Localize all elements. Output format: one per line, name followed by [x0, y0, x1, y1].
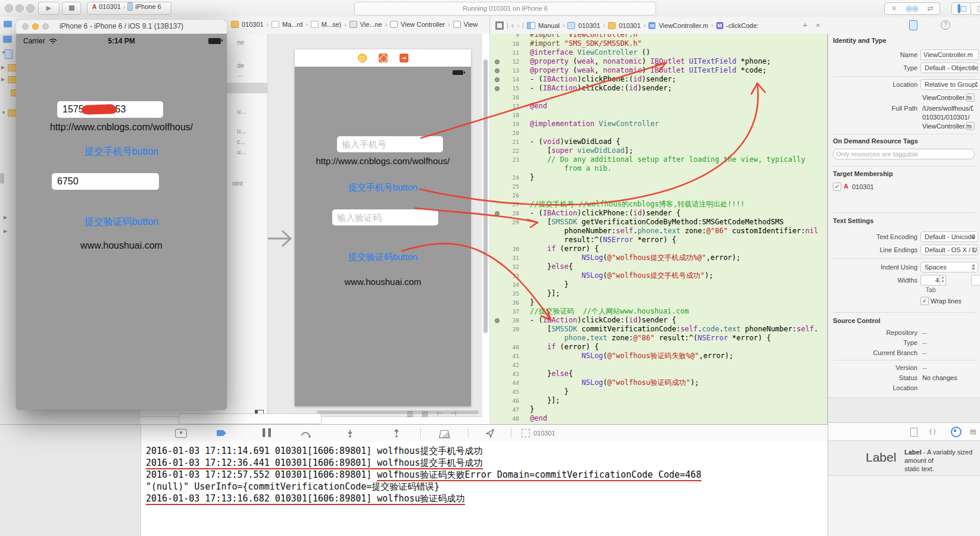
code-line[interactable]: 30 if (error) {: [489, 245, 826, 253]
reveal-arrow-button[interactable]: →: [966, 93, 975, 102]
sb-url-label[interactable]: http://www.cnblogs.com/wolfhous/: [295, 156, 471, 166]
code-line[interactable]: 14- (IBAction)clickPhone:(id)sender;: [489, 75, 826, 84]
navigator-panel-toggle[interactable]: ▐▢: [951, 2, 971, 15]
simulate-location-button[interactable]: [486, 429, 495, 438]
code-line[interactable]: 13@property (weak, nonatomic) IBOutlet U…: [489, 66, 826, 75]
code-line[interactable]: 39 [SMSSDK commitVerificationCode:self.c…: [489, 325, 826, 334]
simulator-titlebar[interactable]: iPhone 6 - iPhone 6 / iOS 9.1 (13B137): [16, 20, 227, 34]
view-debugger-button[interactable]: [439, 430, 450, 438]
console-line[interactable]: 2016-01-03 17:13:16.682 010301[1606:8980…: [141, 493, 828, 504]
outline-item[interactable]: c...: [237, 138, 246, 145]
sim-submit-phone-button[interactable]: 提交手机号button: [16, 146, 227, 158]
indent-using-popup[interactable]: Spaces: [920, 262, 978, 272]
breakpoints-toggle[interactable]: [217, 430, 226, 436]
utilities-panel-toggle[interactable]: ▢: [970, 2, 980, 15]
code-line[interactable]: 16: [489, 93, 826, 102]
reveal-arrow-button[interactable]: →: [966, 122, 975, 130]
code-line[interactable]: 44 NSLog(@"wolfhosu验证码成功");: [489, 378, 826, 387]
code-line[interactable]: 15- (IBAction)clickCode:(id)sender;: [489, 84, 826, 93]
disclosure-triangle[interactable]: ▶: [4, 228, 7, 234]
crumb-assistant-method[interactable]: -clickCode:: [726, 22, 759, 29]
stop-button[interactable]: [62, 2, 81, 15]
ib-connection-well[interactable]: [495, 318, 500, 323]
sim-zoom-button[interactable]: [42, 23, 49, 30]
code-line[interactable]: 34 }: [489, 280, 826, 289]
name-field[interactable]: ViewController.m: [920, 49, 979, 60]
sim-phone-textfield[interactable]: 1575953: [57, 101, 163, 118]
code-line[interactable]: 12@property (weak, nonatomic) IBOutlet U…: [489, 57, 826, 66]
crumb-project[interactable]: 010301: [242, 21, 264, 28]
code-line[interactable]: 21- (void)viewDidLoad {: [489, 137, 826, 146]
disclosure-triangle[interactable]: ▶: [4, 215, 7, 220]
embed-in-stack-icon[interactable]: ▥: [407, 409, 413, 418]
exit-segue-icon[interactable]: ⇥: [400, 54, 408, 62]
indent-width-field[interactable]: [971, 275, 980, 286]
first-responder-icon[interactable]: [379, 54, 388, 62]
ib-connection-well[interactable]: [495, 68, 500, 73]
view-controller-scene[interactable]: ⇥ 输入手机号 http://www.cnblogs.com/wolfhous/…: [295, 49, 471, 406]
outline-item[interactable]: u...: [237, 108, 246, 115]
code-line[interactable]: 11@interface ViewController (): [489, 48, 826, 57]
code-line[interactable]: 23 // Do any additional setup after load…: [489, 155, 826, 164]
process-name[interactable]: 010301: [533, 430, 555, 437]
code-line[interactable]: 31 NSLog(@"wolfhous提交手机成功%@",error);: [489, 253, 826, 262]
debug-console[interactable]: 2016-01-03 17:11:14.691 010301[1606:8980…: [141, 441, 828, 536]
code-line[interactable]: phone.text zone:@"86" result:^(NSError *…: [489, 334, 826, 343]
project-file-icon[interactable]: [5, 49, 13, 59]
code-line[interactable]: 19@implementation ViewController: [489, 120, 826, 128]
ib-connection-well[interactable]: [495, 77, 500, 82]
odr-tags-field[interactable]: Only resources are taggable: [833, 149, 975, 159]
close-assistant-button[interactable]: ×: [816, 21, 820, 30]
code-line[interactable]: 41 NSLog(@"wolfhous验证码失败%@",error);: [489, 352, 826, 361]
sb-phone-textfield[interactable]: 输入手机号: [337, 136, 443, 152]
related-items-icon[interactable]: [4, 21, 12, 27]
media-library-icon[interactable]: ▤: [970, 428, 976, 435]
code-snippet-library-icon[interactable]: { }: [929, 428, 935, 435]
window-zoom-button[interactable]: [26, 4, 35, 12]
disclosure-triangle[interactable]: ▼: [1, 50, 6, 55]
code-line[interactable]: 48@end: [489, 414, 826, 423]
sb-submit-phone-button[interactable]: 提交手机号button: [295, 182, 471, 193]
designed-view[interactable]: 输入手机号 http://www.cnblogs.com/wolfhous/ 提…: [295, 67, 471, 406]
code-line[interactable]: 20: [489, 128, 826, 137]
step-into-button[interactable]: [346, 429, 354, 438]
storyboard-entry-arrow[interactable]: [267, 228, 297, 249]
text-encoding-popup[interactable]: Default - Unicode: [920, 231, 978, 242]
code-line[interactable]: 27//提交手机号 //wolfhous的cnblogs博客,转载请注明出处!!…: [489, 200, 826, 209]
code-line[interactable]: 22 [super viewDidLoad];: [489, 146, 826, 155]
tab-width-stepper[interactable]: ▲▼: [940, 275, 946, 286]
crumb-view-controller[interactable]: View Controller: [401, 21, 445, 28]
version-editor-button[interactable]: ⇄: [921, 2, 940, 15]
back-button[interactable]: ‹: [511, 21, 514, 30]
add-constraints-icon[interactable]: ⊢: [437, 409, 443, 418]
disclosure-triangle[interactable]: ▼: [1, 110, 6, 115]
add-assistant-button[interactable]: +: [803, 20, 807, 30]
code-line[interactable]: result:^(NSError *error) {: [489, 236, 826, 245]
outline-item[interactable]: u...: [237, 127, 246, 134]
code-line[interactable]: 17@end: [489, 102, 826, 111]
code-line[interactable]: 35 }];: [489, 289, 826, 298]
quick-help-tab[interactable]: ?: [941, 20, 950, 30]
ib-connection-well[interactable]: [495, 86, 500, 91]
standard-editor-button[interactable]: ≡: [884, 2, 904, 15]
code-line[interactable]: 10#import "SMS_SDK/SMSSDK.h": [489, 39, 826, 48]
group-folder-icon[interactable]: [8, 64, 17, 71]
sim-minimize-button[interactable]: [32, 23, 39, 30]
scheme-selector[interactable]: A 010301 › iPhone 6: [87, 2, 171, 15]
sim-close-button[interactable]: [22, 23, 29, 30]
console-line[interactable]: "(null)" UserInfo={commitVerificationCod…: [141, 481, 828, 493]
tracking-grid-icon[interactable]: [495, 21, 504, 30]
code-line[interactable]: 26: [489, 191, 826, 200]
align-icon[interactable]: ▤: [422, 409, 428, 418]
outline-filter-field[interactable]: [179, 413, 322, 424]
forward-button[interactable]: ›: [517, 21, 519, 30]
view-controller-badge-icon[interactable]: [358, 54, 367, 62]
code-line[interactable]: 42: [489, 361, 826, 369]
code-line[interactable]: 29 [SMSSDK getVerificationCodeByMethod:S…: [489, 218, 826, 227]
crumb-scene[interactable]: Vie...ne: [360, 21, 382, 28]
code-line[interactable]: 32 }else{: [489, 262, 826, 271]
outline-item[interactable]: oint: [232, 180, 243, 187]
code-line[interactable]: 33 NSLog(@"wolfhous提交手机号成功");: [489, 271, 826, 280]
crumb-assistant-file[interactable]: ViewController.m: [658, 22, 708, 29]
crumb-manual[interactable]: Manual: [538, 22, 560, 29]
